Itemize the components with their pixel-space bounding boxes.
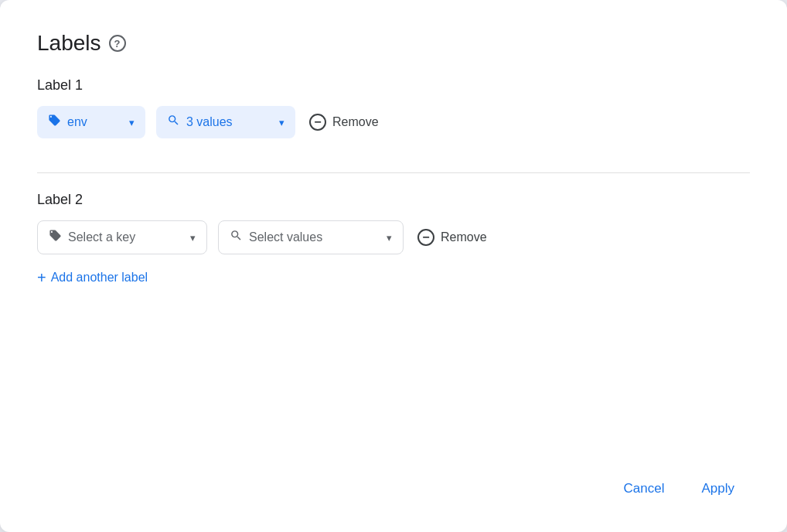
label-1-key-value: env: [67, 115, 87, 129]
label-1-heading: Label 1: [37, 77, 750, 94]
label-1-row: env ▾ 3 values ▾ − Remove: [37, 106, 750, 138]
label-1-key-button[interactable]: env ▾: [37, 106, 145, 138]
label-1-values-value: 3 values: [186, 115, 233, 129]
dialog-footer: Cancel Apply: [37, 458, 750, 504]
label-2-remove-button[interactable]: − Remove: [414, 223, 490, 252]
minus-icon-2: −: [417, 229, 434, 246]
label-2-values-chevron: ▾: [387, 232, 392, 244]
label-2-row: Select a key ▾ Select values ▾ − Remove: [37, 220, 750, 254]
help-icon[interactable]: ?: [109, 35, 126, 52]
labels-dialog: Labels ? Label 1 env ▾: [0, 0, 787, 532]
tag-icon-2: [49, 229, 62, 246]
label-2-key-placeholder: Select a key: [68, 230, 135, 244]
label-2-key-button[interactable]: Select a key ▾: [37, 220, 207, 254]
label-2-remove-label: Remove: [441, 230, 487, 244]
plus-icon: +: [37, 270, 46, 285]
dialog-title-row: Labels ?: [37, 31, 750, 56]
minus-icon-1: −: [309, 114, 326, 131]
label-2-values-placeholder: Select values: [249, 230, 322, 244]
label-1-remove-button[interactable]: − Remove: [306, 107, 382, 137]
search-icon-2: [230, 229, 243, 246]
section-divider: [37, 172, 750, 173]
apply-button[interactable]: Apply: [686, 473, 750, 504]
search-icon-1: [167, 114, 180, 131]
label-1-section: Label 1 env ▾ 3 values: [37, 77, 750, 138]
dialog-title: Labels: [37, 31, 101, 56]
add-another-label-text: Add another label: [51, 271, 148, 285]
label-2-section: Label 2 Select a key ▾ Selec: [37, 192, 750, 292]
add-another-label-button[interactable]: + Add another label: [37, 264, 148, 292]
cancel-button[interactable]: Cancel: [608, 473, 680, 504]
label-2-values-button[interactable]: Select values ▾: [218, 220, 404, 254]
label-2-key-chevron: ▾: [190, 232, 196, 244]
label-1-values-button[interactable]: 3 values ▾: [156, 106, 295, 138]
label-2-heading: Label 2: [37, 192, 750, 208]
label-1-key-chevron: ▾: [129, 117, 135, 128]
label-1-remove-label: Remove: [332, 115, 379, 129]
tag-icon: [48, 114, 61, 131]
label-1-values-chevron: ▾: [279, 117, 284, 128]
